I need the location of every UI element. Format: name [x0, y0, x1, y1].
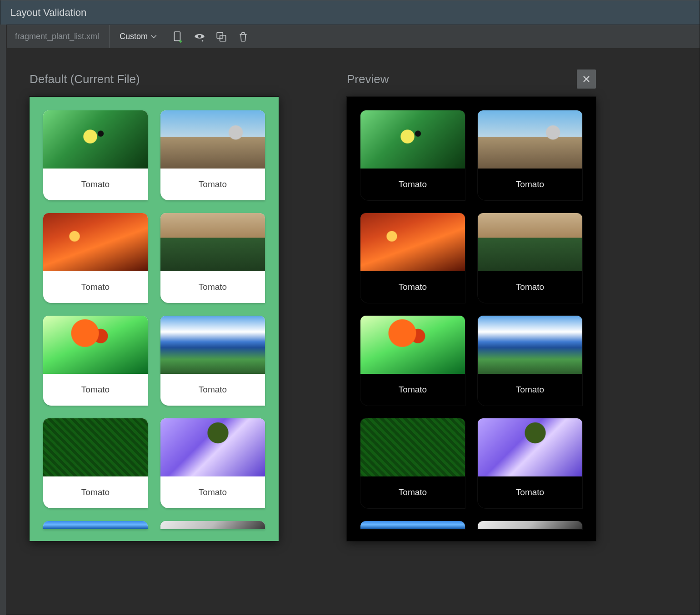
plant-card[interactable]: Tomato: [160, 316, 265, 406]
visibility-button[interactable]: [190, 28, 209, 46]
plant-thumbnail: [43, 110, 148, 169]
ide-left-gutter: [0, 25, 6, 615]
default-viewport[interactable]: TomatoTomatoTomatoTomatoTomatoTomatoToma…: [30, 97, 279, 541]
preview-panel: Preview TomatoTomatoTomatoTomatoTomatoTo…: [347, 69, 596, 594]
plant-card[interactable]: Tomato: [478, 418, 582, 508]
plant-label: Tomato: [360, 374, 465, 406]
svg-rect-0: [175, 32, 180, 41]
plant-card[interactable]: Tomato: [478, 213, 582, 303]
plant-thumbnail: [160, 418, 265, 476]
plant-card[interactable]: Tomato: [160, 418, 265, 508]
plant-thumbnail: [360, 316, 465, 374]
plant-card[interactable]: Tomato: [43, 316, 148, 406]
close-preview-button[interactable]: [577, 69, 596, 89]
preview-panel-title: Preview: [347, 72, 389, 86]
default-panel-title: Default (Current File): [30, 72, 140, 86]
plant-label: Tomato: [43, 476, 148, 508]
plant-card[interactable]: [43, 521, 148, 529]
plant-thumbnail: [360, 213, 465, 271]
plant-thumbnail: [478, 418, 582, 476]
panel-title: Layout Validation: [10, 7, 86, 19]
plant-card[interactable]: [478, 521, 582, 529]
plant-label: Tomato: [43, 169, 148, 200]
plant-card[interactable]: Tomato: [160, 110, 265, 200]
plant-label: Tomato: [360, 169, 465, 200]
plant-thumbnail: [360, 110, 465, 169]
plant-thumbnail: [43, 213, 148, 271]
plant-label: Tomato: [478, 476, 582, 508]
plant-card[interactable]: Tomato: [43, 213, 148, 303]
plant-thumbnail: [478, 521, 582, 529]
plant-label: Tomato: [160, 169, 265, 200]
plant-label: Tomato: [160, 271, 265, 303]
phone-add-icon: [172, 31, 184, 43]
plant-thumbnail: [160, 316, 265, 374]
plant-card[interactable]: Tomato: [43, 418, 148, 508]
trash-icon: [237, 31, 249, 43]
plant-label: Tomato: [360, 476, 465, 508]
plant-thumbnail: [160, 521, 265, 529]
copy-button[interactable]: [212, 28, 230, 46]
plant-thumbnail: [478, 213, 582, 271]
plant-label: Tomato: [43, 271, 148, 303]
eye-icon: [194, 31, 205, 43]
default-panel: Default (Current File) TomatoTomatoTomat…: [30, 69, 279, 594]
stack-icon: [215, 31, 227, 43]
plant-label: Tomato: [160, 476, 265, 508]
plant-thumbnail: [360, 521, 465, 529]
plant-label: Tomato: [478, 271, 582, 303]
plant-label: Tomato: [478, 374, 582, 406]
close-icon: [582, 74, 591, 84]
plant-card[interactable]: [160, 521, 265, 529]
plant-thumbnail: [160, 213, 265, 271]
add-device-button[interactable]: [169, 28, 187, 46]
plant-thumbnail: [160, 110, 265, 169]
device-config-label: Custom: [120, 32, 148, 41]
plant-thumbnail: [478, 110, 582, 169]
svg-point-3: [198, 35, 201, 38]
device-config-dropdown[interactable]: Custom: [110, 32, 167, 41]
preview-viewport[interactable]: TomatoTomatoTomatoTomatoTomatoTomatoToma…: [347, 97, 596, 541]
plant-card[interactable]: [360, 521, 465, 529]
delete-button[interactable]: [234, 28, 252, 46]
plant-label: Tomato: [360, 271, 465, 303]
plant-card[interactable]: Tomato: [160, 213, 265, 303]
plant-card[interactable]: Tomato: [360, 213, 465, 303]
plant-thumbnail: [360, 418, 465, 476]
plant-card[interactable]: Tomato: [360, 110, 465, 200]
file-name: fragment_plant_list.xml: [15, 25, 110, 48]
plant-card[interactable]: Tomato: [478, 110, 582, 200]
plant-thumbnail: [478, 316, 582, 374]
plant-card[interactable]: Tomato: [360, 418, 465, 508]
plant-label: Tomato: [43, 374, 148, 406]
plant-thumbnail: [43, 316, 148, 374]
plant-card[interactable]: Tomato: [43, 110, 148, 200]
content-area: Default (Current File) TomatoTomatoTomat…: [7, 49, 700, 615]
chevron-down-icon: [150, 34, 157, 40]
plant-thumbnail: [43, 418, 148, 476]
plant-card[interactable]: Tomato: [360, 316, 465, 406]
toolbar: fragment_plant_list.xml Custom: [7, 25, 700, 49]
plant-label: Tomato: [160, 374, 265, 406]
plant-card[interactable]: Tomato: [478, 316, 582, 406]
plant-label: Tomato: [478, 169, 582, 200]
panel-title-bar: Layout Validation: [0, 0, 700, 25]
plant-thumbnail: [43, 521, 148, 529]
